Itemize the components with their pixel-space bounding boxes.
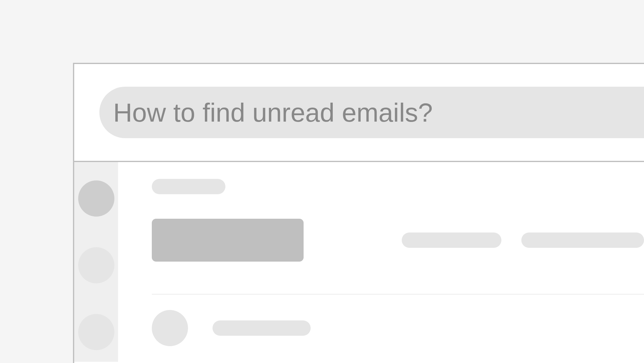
body-area bbox=[74, 162, 644, 362]
avatar-icon bbox=[152, 310, 188, 346]
filter-group bbox=[402, 233, 644, 248]
sidebar bbox=[74, 162, 118, 362]
toolbar-row bbox=[152, 219, 644, 262]
list-item[interactable] bbox=[152, 310, 644, 346]
filter-chip-2[interactable] bbox=[521, 233, 644, 248]
sidebar-nav-icon-2[interactable] bbox=[78, 247, 114, 283]
divider bbox=[152, 294, 644, 295]
main-content bbox=[118, 162, 644, 362]
search-input[interactable] bbox=[99, 87, 644, 138]
section-label-placeholder bbox=[152, 179, 225, 194]
list-item-text-placeholder bbox=[213, 320, 311, 336]
sidebar-nav-icon-1[interactable] bbox=[78, 180, 114, 217]
filter-chip-1[interactable] bbox=[402, 233, 501, 248]
sidebar-nav-icon-3[interactable] bbox=[78, 314, 114, 350]
primary-action-button[interactable] bbox=[152, 219, 304, 262]
header bbox=[74, 64, 644, 162]
app-window bbox=[73, 63, 644, 363]
